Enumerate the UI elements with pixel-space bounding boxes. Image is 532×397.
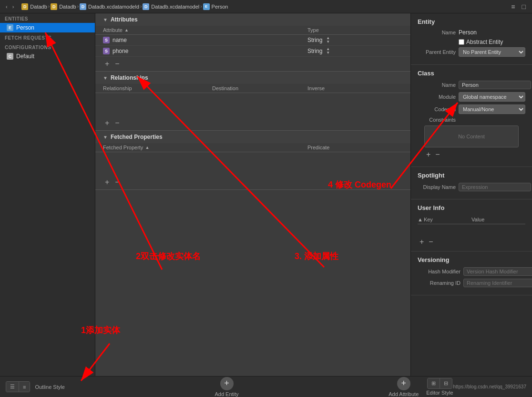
- versioning-section: Versioning Hash Modifier Renaming ID: [411, 251, 532, 295]
- entity-section-title: Entity: [418, 18, 525, 25]
- class-section: Class Name Module Global namespace Codeg…: [411, 65, 532, 167]
- right-panel: Entity Name Person Abstract Entity Paren…: [410, 13, 532, 376]
- type-down-phone[interactable]: ▼: [326, 51, 330, 55]
- breadcrumb-item-3[interactable]: D Datadb.xcdatamodeld: [80, 3, 139, 10]
- attr-row-phone[interactable]: S phone String ▲ ▼: [95, 46, 410, 57]
- entity-name-label: Name: [418, 30, 456, 35]
- codegen-select[interactable]: Manual/None Class Definition Category/Ex…: [459, 104, 525, 114]
- dest-col-header: Destination: [212, 85, 307, 91]
- hash-modifier-input[interactable]: [463, 267, 532, 276]
- editor-style-graph-button[interactable]: ⊟: [440, 378, 452, 388]
- add-attr-circle: +: [397, 377, 410, 390]
- constraints-row: Constraints: [418, 117, 525, 123]
- fetch-header: FETCH REQUESTS: [0, 32, 95, 42]
- entity-section: Entity Name Person Abstract Entity Paren…: [411, 13, 532, 65]
- parent-entity-label: Parent Entity: [418, 49, 456, 55]
- outline-style-label: Outline Style: [35, 384, 64, 390]
- user-info-header: ▲ Key Value: [418, 215, 525, 224]
- renaming-id-input[interactable]: [463, 279, 532, 287]
- relationships-toggle[interactable]: ▼: [103, 75, 108, 81]
- nav-forward-button[interactable]: ›: [10, 3, 16, 10]
- relationships-table: Relationship Destination Inverse + −: [95, 84, 410, 130]
- editor-style-table-button[interactable]: ⊞: [428, 378, 440, 388]
- module-label: Module: [418, 94, 456, 100]
- breadcrumb-item-2[interactable]: D Datadb: [51, 3, 76, 10]
- maximize-button[interactable]: □: [520, 2, 528, 11]
- attr-type-name: String ▲ ▼: [307, 36, 403, 44]
- abstract-entity-checkbox[interactable]: [459, 39, 464, 45]
- breadcrumb-item-5[interactable]: E Person: [203, 3, 228, 10]
- relationships-section: ▼ Relationships Relationship Destination…: [95, 72, 410, 131]
- entities-header: ENTITIES: [0, 13, 95, 23]
- predicate-col-header: Predicate: [307, 145, 403, 150]
- outline-style-indent-button[interactable]: ≡: [19, 382, 30, 392]
- attributes-toggle[interactable]: ▼: [103, 17, 108, 22]
- type-stepper-phone[interactable]: ▲ ▼: [326, 47, 330, 55]
- entity-icon: E: [203, 3, 210, 10]
- db-icon: D: [21, 3, 28, 10]
- parent-entity-row: Parent Entity No Parent Entity: [418, 47, 525, 57]
- user-info-add-remove: + −: [418, 238, 525, 246]
- outline-style-list-button[interactable]: ☰: [6, 382, 19, 392]
- breadcrumb-item-1[interactable]: D Datadb: [21, 3, 47, 10]
- fetched-prop-col-header: Fetched Property ▲: [103, 145, 307, 150]
- spotlight-title: Spotlight: [418, 172, 525, 179]
- attributes-section-header[interactable]: ▼ Attributes: [95, 13, 410, 26]
- fetched-table-header: Fetched Property ▲ Predicate: [95, 143, 410, 152]
- user-info-section: User Info ▲ Key Value + −: [411, 199, 532, 251]
- sidebar-item-person[interactable]: E Person: [0, 23, 95, 32]
- sidebar: ENTITIES E Person FETCH REQUESTS CONFIGU…: [0, 13, 95, 376]
- key-col-header: ▲ Key: [418, 217, 471, 222]
- attr-name-cell: S name: [103, 37, 307, 43]
- remove-constraint-button[interactable]: −: [433, 150, 441, 159]
- add-attribute-inline-button[interactable]: +: [103, 59, 111, 69]
- breadcrumb: D Datadb › D Datadb › D Datadb.xcdatamod…: [21, 3, 507, 10]
- sidebar-item-default[interactable]: C Default: [0, 52, 95, 61]
- fetched-header[interactable]: ▼ Fetched Properties: [95, 131, 410, 143]
- attr-type-phone: String ▲ ▼: [307, 47, 403, 55]
- class-name-row: Name: [418, 81, 525, 89]
- renaming-id-label: Renaming ID: [418, 280, 460, 286]
- add-fetched-button[interactable]: +: [103, 177, 111, 188]
- hash-modifier-label: Hash Modifier: [418, 269, 460, 274]
- versioning-title: Versioning: [418, 256, 525, 263]
- menu-button[interactable]: ≡: [509, 2, 517, 11]
- nav-buttons: ‹ ›: [4, 3, 16, 10]
- nav-back-button[interactable]: ‹: [4, 3, 10, 10]
- relationships-header[interactable]: ▼ Relationships: [95, 72, 410, 84]
- outline-style-area: ☰ ≡ Outline Style: [6, 381, 65, 392]
- remove-fetched-button[interactable]: −: [113, 177, 121, 188]
- add-user-info-button[interactable]: +: [418, 238, 426, 246]
- add-constraint-button[interactable]: +: [424, 150, 432, 159]
- constraints-label: Constraints: [418, 117, 456, 123]
- remove-attribute-button[interactable]: −: [113, 59, 121, 69]
- display-name-row: Display Name: [418, 183, 525, 191]
- no-content-container: No Content + −: [418, 125, 525, 162]
- module-row: Module Global namespace: [418, 92, 525, 102]
- no-content-box: No Content: [424, 125, 519, 147]
- relationships-title: Relationships: [111, 74, 148, 81]
- string-icon-phone: S: [103, 48, 110, 54]
- type-stepper-name[interactable]: ▲ ▼: [326, 36, 330, 44]
- remove-user-info-button[interactable]: −: [427, 238, 435, 246]
- breadcrumb-item-4[interactable]: D Datadb.xcdatamodel: [143, 3, 199, 10]
- add-attribute-button[interactable]: + Add Attribute: [389, 377, 419, 397]
- attr-row-name[interactable]: S name String ▲ ▼: [95, 35, 410, 46]
- add-entity-area: + Add Entity: [65, 377, 389, 397]
- content-area: ▼ Attributes Attribute ▲ Type: [95, 13, 410, 376]
- fetched-toggle[interactable]: ▼: [103, 135, 108, 140]
- editor-style-label: Editor Style: [426, 390, 453, 396]
- rel-col-header: Relationship: [103, 85, 212, 91]
- add-entity-button[interactable]: + Add Entity: [215, 377, 238, 397]
- inv-col-header: Inverse: [307, 85, 403, 91]
- display-name-input[interactable]: [459, 183, 531, 191]
- type-down-name[interactable]: ▼: [326, 40, 330, 44]
- add-relationship-button[interactable]: +: [103, 118, 111, 128]
- sections-scroll[interactable]: ▼ Attributes Attribute ▲ Type: [95, 13, 410, 376]
- module-select[interactable]: Global namespace: [459, 92, 525, 102]
- fetched-properties-section: ▼ Fetched Properties Fetched Property ▲ …: [95, 131, 410, 190]
- remove-relationship-button[interactable]: −: [113, 118, 121, 128]
- class-name-input[interactable]: [459, 81, 531, 89]
- parent-entity-select[interactable]: No Parent Entity: [459, 47, 525, 57]
- config-header: CONFIGURATIONS: [0, 42, 95, 52]
